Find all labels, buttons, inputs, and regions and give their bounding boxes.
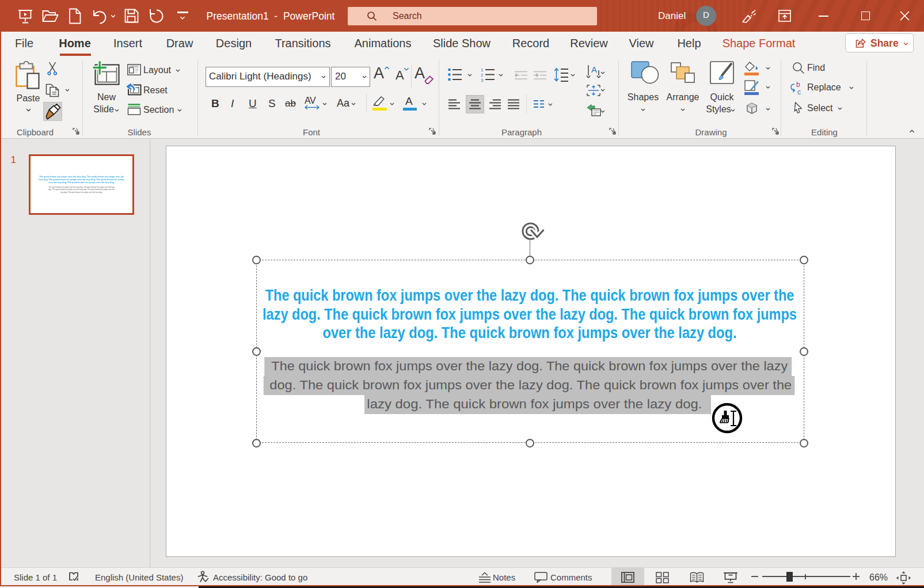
svg-text:1: 1 (481, 68, 484, 73)
svg-text:2: 2 (481, 73, 484, 78)
svg-text:A: A (591, 65, 597, 74)
svg-text:c: c (797, 88, 801, 96)
svg-text:b: b (796, 81, 800, 89)
svg-text:3: 3 (481, 78, 484, 82)
